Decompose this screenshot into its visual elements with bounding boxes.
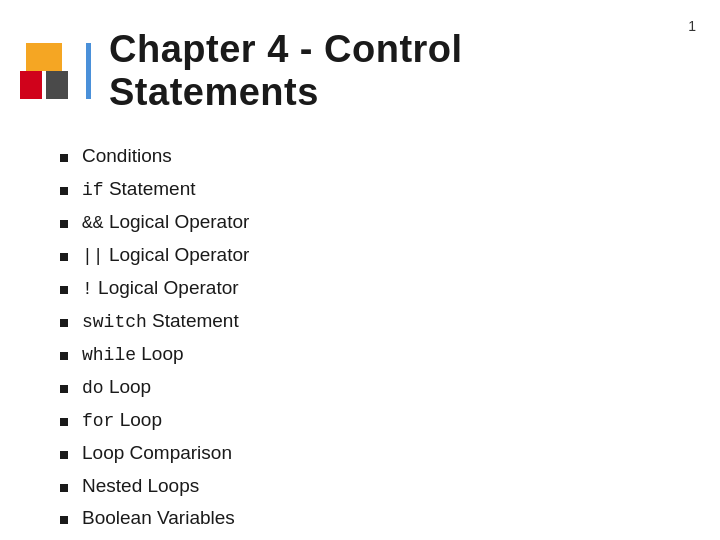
bullet-icon: [60, 352, 68, 360]
title-divider: [86, 43, 91, 99]
list-item: || Logical Operator: [60, 241, 680, 269]
list-item: ! Logical Operator: [60, 274, 680, 302]
list-item: while Loop: [60, 340, 680, 368]
slide: 1 Chapter 4 - Control Statements Conditi…: [0, 0, 720, 540]
list-item-text: switch Statement: [82, 307, 239, 335]
bullet-icon: [60, 220, 68, 228]
bullet-icon: [60, 253, 68, 261]
page-title: Chapter 4 - Control Statements: [109, 28, 680, 114]
list-item-text: if Statement: [82, 175, 196, 203]
logo: [20, 43, 68, 99]
list-item: for Loop: [60, 406, 680, 434]
bullet-icon: [60, 451, 68, 459]
logo-top: [26, 43, 62, 71]
bullet-icon: [60, 286, 68, 294]
content-area: Conditionsif Statement&& Logical Operato…: [0, 132, 720, 540]
list-item: && Logical Operator: [60, 208, 680, 236]
list-item-text: while Loop: [82, 340, 184, 368]
list-item-text: do Loop: [82, 373, 151, 401]
bullet-icon: [60, 418, 68, 426]
logo-bottom-right: [46, 71, 68, 99]
list-item-text: Conditions: [82, 142, 172, 170]
list-item-text: || Logical Operator: [82, 241, 249, 269]
bullet-icon: [60, 319, 68, 327]
list-item-text: for Loop: [82, 406, 162, 434]
bullet-icon: [60, 484, 68, 492]
list-item-text: Loop Comparison: [82, 439, 232, 467]
bullet-icon: [60, 516, 68, 524]
list-item: Nested Loops: [60, 472, 680, 500]
list-item: if Statement: [60, 175, 680, 203]
list-item-text: Nested Loops: [82, 472, 199, 500]
list-item-text: Boolean Variables: [82, 504, 235, 532]
header: Chapter 4 - Control Statements: [0, 0, 720, 132]
list-item-text: ! Logical Operator: [82, 274, 239, 302]
list-item: Boolean Variables: [60, 504, 680, 532]
bullet-icon: [60, 385, 68, 393]
list-item: Loop Comparison: [60, 439, 680, 467]
topic-list: Conditionsif Statement&& Logical Operato…: [60, 142, 680, 540]
logo-bottom-left: [20, 71, 42, 99]
list-item: switch Statement: [60, 307, 680, 335]
bullet-icon: [60, 187, 68, 195]
bullet-icon: [60, 154, 68, 162]
list-item-text: && Logical Operator: [82, 208, 249, 236]
page-number: 1: [688, 18, 696, 34]
list-item: do Loop: [60, 373, 680, 401]
list-item: Conditions: [60, 142, 680, 170]
